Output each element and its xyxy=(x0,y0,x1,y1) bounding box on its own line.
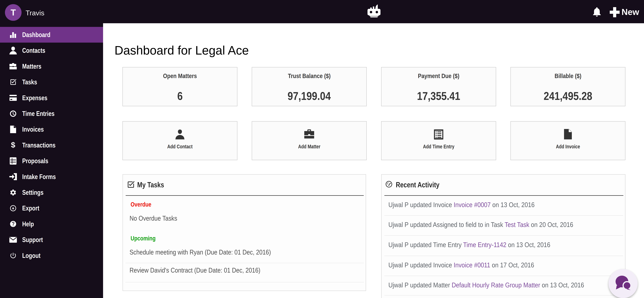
svg-text:$: $ xyxy=(11,141,15,149)
